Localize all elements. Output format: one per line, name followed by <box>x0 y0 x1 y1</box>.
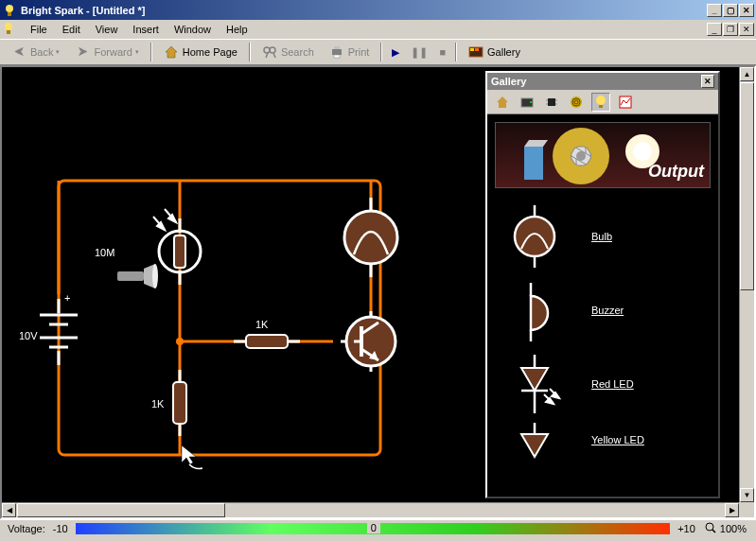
mdi-close-button[interactable]: ✕ <box>739 23 754 36</box>
separator <box>150 43 152 61</box>
gallery-tab-chart[interactable] <box>616 93 635 112</box>
gallery-tab-buzzer[interactable] <box>567 93 586 112</box>
mdi-minimize-button[interactable]: _ <box>707 23 722 36</box>
menu-view[interactable]: View <box>88 22 126 37</box>
gallery-item-yellow-led[interactable]: Yellow LED <box>497 421 709 459</box>
back-arrow-icon: ⮜ <box>11 44 26 60</box>
back-button[interactable]: ⮜ Back ▾ <box>5 42 66 62</box>
print-button[interactable]: Print <box>323 42 377 62</box>
toolbar: ⮜ Back ▾ ⮞ Forward ▾ Home Page Search Pr… <box>0 39 756 65</box>
voltage-label: Voltage: <box>4 523 49 534</box>
svg-rect-77 <box>524 147 543 180</box>
svg-marker-78 <box>524 140 548 147</box>
menu-file[interactable]: File <box>23 22 55 37</box>
buzzer-icon <box>497 277 572 343</box>
title-bar: Bright Spark - [Untitled *] _ ▢ ✕ <box>0 0 756 20</box>
scroll-down-icon[interactable]: ▼ <box>740 488 754 502</box>
gallery-button[interactable]: Gallery <box>462 42 527 62</box>
scroll-left-icon[interactable]: ◀ <box>2 503 16 517</box>
gallery-item-bulb[interactable]: Bulb <box>497 200 709 273</box>
svg-rect-1 <box>8 12 11 16</box>
svg-rect-61 <box>548 98 555 106</box>
scroll-up-icon[interactable]: ▲ <box>740 67 754 81</box>
svg-point-19 <box>176 338 184 345</box>
gallery-item-red-led[interactable]: Red LED <box>497 347 709 421</box>
svg-point-80 <box>633 142 652 161</box>
zoom-indicator[interactable]: 100% <box>699 522 752 535</box>
svg-marker-4 <box>166 46 177 58</box>
svg-line-97 <box>712 530 715 532</box>
svg-rect-14 <box>475 48 479 51</box>
svg-point-96 <box>706 523 713 531</box>
close-button[interactable]: ✕ <box>739 4 754 17</box>
gallery-item-label: Buzzer <box>591 305 624 316</box>
menu-edit[interactable]: Edit <box>55 22 88 37</box>
gallery-tabs <box>487 90 718 114</box>
horizontal-scrollbar[interactable]: ◀ ▶ <box>2 502 739 517</box>
voltage-gradient-bar: 0 <box>76 523 671 534</box>
gallery-tab-chip[interactable] <box>542 93 561 112</box>
gallery-item-label: Red LED <box>591 378 634 390</box>
doc-icon <box>2 22 17 37</box>
svg-marker-95 <box>521 434 548 457</box>
svg-point-6 <box>270 47 275 53</box>
gallery-icon <box>468 44 483 60</box>
menu-insert[interactable]: Insert <box>125 22 167 37</box>
scroll-thumb[interactable] <box>17 503 225 517</box>
cursor-icon <box>182 445 202 469</box>
svg-point-2 <box>5 23 12 30</box>
voltage-max: +10 <box>674 523 699 534</box>
stop-icon: ■ <box>439 46 446 58</box>
home-button[interactable]: Home Page <box>157 42 244 62</box>
gallery-banner: Output <box>495 122 711 188</box>
menu-window[interactable]: Window <box>167 22 219 37</box>
svg-marker-87 <box>521 368 548 391</box>
scroll-thumb[interactable] <box>740 82 754 290</box>
search-button[interactable]: Search <box>255 42 321 62</box>
gallery-item-buzzer[interactable]: Buzzer <box>497 273 709 347</box>
circuit-canvas[interactable]: + 10V 10M 1K <box>2 67 739 502</box>
play-button[interactable]: ▶ <box>387 42 404 62</box>
vertical-scrollbar[interactable]: ▲ ▼ <box>739 67 754 502</box>
gallery-header[interactable]: Gallery ✕ <box>487 73 718 90</box>
scroll-right-icon[interactable]: ▶ <box>725 503 739 517</box>
resistor-1k-horizontal <box>246 335 288 348</box>
svg-point-0 <box>6 5 13 12</box>
back-label: Back <box>30 46 53 58</box>
forward-label: Forward <box>94 46 132 58</box>
circuit-diagram: + 10V 10M 1K <box>2 67 494 502</box>
gallery-title: Gallery <box>491 76 526 87</box>
torch-icon <box>117 264 158 288</box>
menu-help[interactable]: Help <box>219 22 255 37</box>
minimize-button[interactable]: _ <box>707 4 722 17</box>
svg-marker-93 <box>552 393 559 398</box>
window-title: Bright Spark - [Untitled *] <box>21 5 706 16</box>
svg-line-8 <box>273 53 275 58</box>
home-icon <box>164 44 179 60</box>
svg-rect-40 <box>174 236 185 268</box>
svg-rect-9 <box>332 49 342 55</box>
resistor-1k-b-label: 1K <box>151 398 165 410</box>
ldr-component <box>153 209 201 272</box>
forward-button[interactable]: ⮞ Forward ▾ <box>68 42 145 62</box>
svg-rect-49 <box>173 382 186 424</box>
gallery-tab-home[interactable] <box>493 93 512 112</box>
pause-icon: ❚❚ <box>411 46 428 59</box>
magnifier-icon <box>705 522 716 535</box>
maximize-button[interactable]: ▢ <box>723 4 738 17</box>
gallery-tab-bulb[interactable] <box>591 93 610 112</box>
gallery-close-button[interactable]: ✕ <box>701 75 714 88</box>
gallery-panel: Gallery ✕ Output <box>485 71 720 498</box>
stop-button[interactable]: ■ <box>434 42 450 62</box>
play-icon: ▶ <box>392 46 399 59</box>
print-icon <box>329 44 344 60</box>
gallery-body: Bulb Buzzer Red LED <box>487 196 718 498</box>
pause-button[interactable]: ❚❚ <box>406 42 432 62</box>
mdi-restore-button[interactable]: ❐ <box>723 23 738 36</box>
gallery-tab-tv[interactable] <box>518 93 536 112</box>
status-bar: Voltage: -10 0 +10 100% <box>0 519 756 536</box>
resistor-10m-label: 10M <box>95 247 114 258</box>
svg-point-5 <box>264 47 270 53</box>
separator <box>249 43 251 61</box>
forward-arrow-icon: ⮞ <box>75 44 90 60</box>
